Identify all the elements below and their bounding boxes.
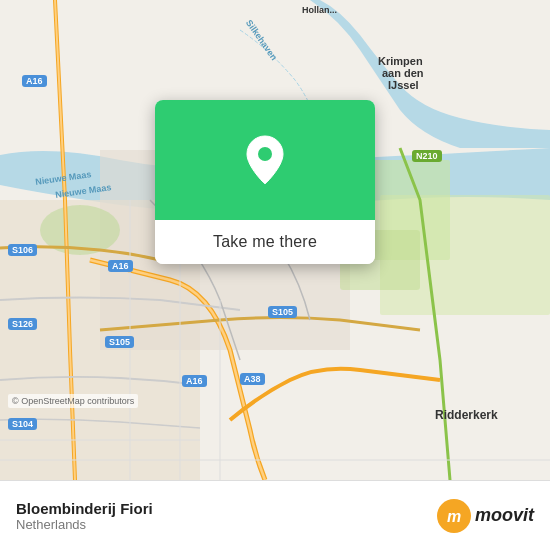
road-label-s105-left: S105 (105, 336, 134, 348)
road-label-s104: S104 (8, 418, 37, 430)
road-label-n210: N210 (412, 150, 442, 162)
road-label-a38: A38 (240, 373, 265, 385)
road-label-a16-bottom: A16 (182, 375, 207, 387)
take-me-there-button[interactable]: Take me there (155, 220, 375, 264)
label-holland: Hollan... (302, 5, 337, 15)
popup-card: Take me there (155, 100, 375, 264)
svg-text:m: m (447, 508, 461, 525)
footer-info: Bloembinderij Fiori Netherlands (16, 500, 153, 532)
moovit-logo: m moovit (436, 498, 534, 534)
label-ijssel: IJssel (388, 79, 419, 91)
copyright-notice: © OpenStreetMap contributors (8, 394, 138, 408)
place-title: Bloembinderij Fiori (16, 500, 153, 517)
location-pin-icon (243, 134, 287, 186)
road-label-s105-right: S105 (268, 306, 297, 318)
label-aan-den: aan den (382, 67, 424, 79)
popup-map-area (155, 100, 375, 220)
footer-bar: Bloembinderij Fiori Netherlands m moovit (0, 480, 550, 550)
popup-button-area[interactable]: Take me there (155, 220, 375, 264)
road-label-a16-top: A16 (22, 75, 47, 87)
road-label-a16-mid: A16 (108, 260, 133, 272)
svg-point-12 (258, 147, 272, 161)
moovit-text: moovit (475, 505, 534, 526)
road-label-s126: S126 (8, 318, 37, 330)
label-krimpen: Krimpen (378, 55, 423, 67)
place-subtitle: Netherlands (16, 517, 153, 532)
label-ridderkerk: Ridderkerk (435, 408, 498, 422)
road-label-s106: S106 (8, 244, 37, 256)
map-container: A16 A16 A16 S106 S126 S104 S105 S105 A38… (0, 0, 550, 480)
moovit-icon: m (436, 498, 472, 534)
